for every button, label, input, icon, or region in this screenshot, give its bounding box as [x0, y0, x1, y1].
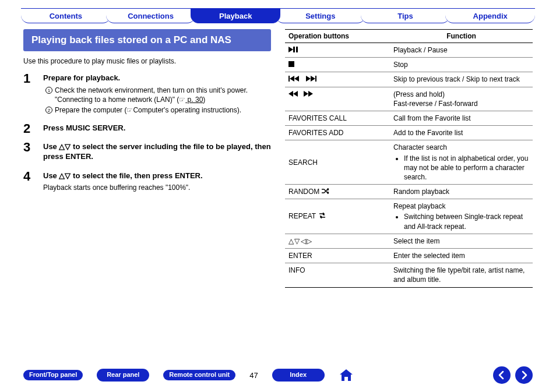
table-row: Skip to previous track / Skip to next tr…: [285, 72, 533, 87]
step-number: 1: [23, 72, 35, 116]
right-column: Operation buttons Function Playback / Pa…: [285, 29, 533, 288]
svg-rect-1: [293, 47, 295, 52]
footer: Front/Top panel Rear panel Remote contro…: [0, 366, 556, 384]
substep-text: Prepare the computer (: [55, 106, 126, 114]
step-heading: Use △▽ to select the file, then press EN…: [43, 171, 271, 181]
table-cell: FAVORITES CALL: [285, 111, 390, 125]
table-cell: RANDOM: [285, 185, 390, 199]
svg-marker-11: [293, 91, 298, 97]
top-tabs: Contents Connections Playback Settings T…: [0, 0, 556, 23]
play-pause-icon: [288, 46, 301, 54]
step-3: 3 Use △▽ to select the server including …: [23, 141, 271, 164]
table-cell: REPEAT: [285, 199, 390, 234]
svg-rect-4: [288, 76, 290, 82]
table-header-function: Function: [390, 30, 533, 43]
table-cell: Playback / Pause: [390, 43, 533, 58]
svg-rect-2: [296, 47, 298, 52]
step-2: 2 Press MUSIC SERVER.: [23, 122, 271, 136]
step-1: 1 Prepare for playback. 1 Check the netw…: [23, 72, 271, 116]
svg-marker-13: [308, 91, 313, 97]
table-row: Stop: [285, 58, 533, 72]
table-row: RANDOM Random playback: [285, 185, 533, 199]
table-row: Playback / Pause: [285, 43, 533, 58]
remote-control-button[interactable]: Remote control unit: [163, 370, 235, 380]
substep-text: Check the network environment, then turn…: [55, 86, 248, 104]
table-header-operation: Operation buttons: [285, 30, 390, 43]
tab-appendix[interactable]: Appendix: [445, 8, 535, 23]
table-cell: Stop: [390, 58, 533, 72]
table-cell: Call from the Favorite list: [390, 111, 533, 125]
svg-marker-12: [304, 91, 308, 97]
step-note: Playback starts once buffering reaches "…: [43, 183, 271, 192]
svg-rect-9: [315, 76, 316, 82]
skip-prev-next-icon: [288, 75, 321, 83]
page-link-30[interactable]: p. 30: [185, 96, 203, 104]
table-row: INFO Switching the file type/bit rate, a…: [285, 263, 533, 287]
tab-tips[interactable]: Tips: [361, 8, 451, 23]
table-row: REPEAT Repeat playback Switching between…: [285, 199, 533, 234]
table-row: FAVORITES ADD Add to the Favorite list: [285, 126, 533, 140]
step-number: 4: [23, 170, 35, 192]
step-heading: Use △▽ to select the server including th…: [43, 142, 271, 162]
prev-page-button[interactable]: [493, 366, 511, 384]
table-cell: (Press and hold) Fast-reverse / Fast-for…: [390, 87, 533, 111]
table-row: △ ▽ ◁ ▷ Select the item: [285, 234, 533, 248]
table-cell: Random playback: [390, 185, 533, 199]
circle-2-icon: 2: [45, 107, 52, 114]
table-row: ENTER Enter the selected item: [285, 249, 533, 263]
page-number: 47: [249, 371, 258, 380]
rear-panel-button[interactable]: Rear panel: [97, 369, 149, 381]
section-title: Playing back files stored on a PC and NA…: [23, 29, 271, 51]
random-icon: [322, 188, 330, 196]
table-cell: Enter the selected item: [390, 249, 533, 263]
intro-text: Use this procedure to play music files o…: [23, 57, 271, 65]
index-button[interactable]: Index: [272, 369, 325, 381]
nav-arrows: [493, 366, 533, 384]
step-number: 3: [23, 141, 35, 164]
front-top-panel-button[interactable]: Front/Top panel: [23, 370, 83, 380]
stop-icon: [288, 61, 294, 69]
table-cell: Select the item: [390, 234, 533, 248]
operation-table: Operation buttons Function Playback / Pa…: [285, 29, 533, 288]
step-heading: Press MUSIC SERVER.: [43, 123, 271, 133]
table-row: SEARCH Character search If the list is n…: [285, 140, 533, 185]
home-icon[interactable]: [339, 368, 354, 383]
tab-playback[interactable]: Playback: [191, 8, 280, 23]
table-cell: Add to the Favorite list: [390, 126, 533, 140]
hand-icon: ☞: [179, 96, 185, 104]
hand-icon: ☞: [126, 106, 133, 114]
step-4: 4 Use △▽ to select the file, then press …: [23, 170, 271, 192]
table-row: (Press and hold) Fast-reverse / Fast-for…: [285, 87, 533, 111]
substep-text-post: ): [203, 96, 205, 104]
step-heading: Prepare for playback.: [43, 73, 271, 83]
svg-marker-8: [311, 76, 315, 82]
tab-connections[interactable]: Connections: [106, 8, 196, 23]
table-cell: Switching the file type/bit rate, artist…: [390, 263, 533, 287]
table-cell: ENTER: [285, 249, 390, 263]
svg-marker-5: [290, 76, 294, 82]
table-cell: Skip to previous track / Skip to next tr…: [390, 72, 533, 87]
svg-marker-6: [294, 76, 299, 82]
substep-1: 1 Check the network environment, then tu…: [45, 86, 271, 104]
next-page-button[interactable]: [515, 366, 533, 384]
page-content: Playing back files stored on a PC and NA…: [0, 23, 556, 288]
dpad-icon: △ ▽ ◁ ▷: [288, 237, 311, 245]
tab-settings[interactable]: Settings: [276, 8, 365, 23]
table-cell: INFO: [285, 263, 390, 287]
table-row: FAVORITES CALL Call from the Favorite li…: [285, 111, 533, 125]
table-cell: Character search If the list is not in a…: [390, 140, 533, 185]
substep-2: 2 Prepare the computer (☞Computer's oper…: [45, 105, 271, 115]
tab-contents[interactable]: Contents: [21, 8, 111, 23]
rewind-forward-icon: [288, 90, 316, 98]
step-number: 2: [23, 122, 35, 136]
table-cell: SEARCH: [285, 140, 390, 185]
left-column: Playing back files stored on a PC and NA…: [23, 29, 271, 288]
substep-text-post: Computer's operating instructions).: [133, 106, 241, 114]
circle-1-icon: 1: [45, 87, 52, 94]
table-cell: Repeat playback Switching between Single…: [390, 199, 533, 234]
svg-rect-3: [288, 61, 294, 67]
svg-marker-7: [306, 76, 311, 82]
repeat-icon: [318, 212, 327, 220]
svg-marker-10: [288, 91, 293, 97]
table-cell: FAVORITES ADD: [285, 126, 390, 140]
